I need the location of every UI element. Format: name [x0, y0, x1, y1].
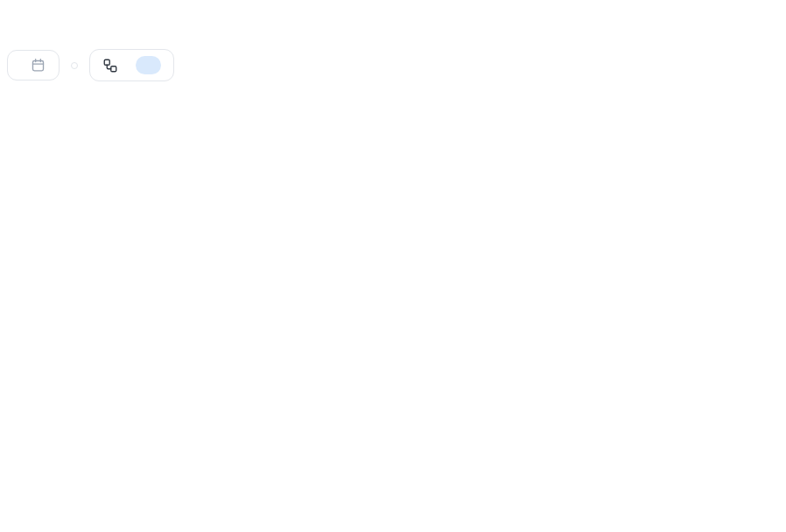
exclude-stages-count-badge [136, 56, 161, 74]
fundraising-chart [0, 109, 786, 407]
stages-hierarchy-icon [102, 58, 118, 74]
chart-area [0, 109, 786, 410]
granularity-switcher [71, 62, 78, 69]
exclude-stages-button[interactable] [89, 49, 174, 81]
date-range-picker[interactable] [7, 50, 60, 80]
crypto-fundraising-panel [0, 0, 786, 410]
chart-controls [7, 49, 779, 81]
calendar-icon [31, 58, 46, 73]
